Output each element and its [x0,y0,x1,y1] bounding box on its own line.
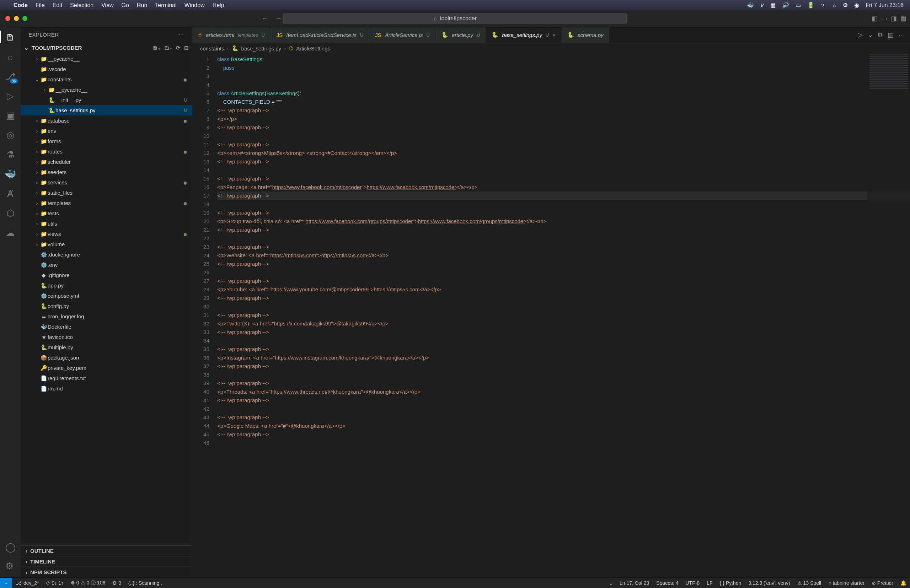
new-folder-button[interactable]: 🗀₊ [164,45,172,51]
file-item[interactable]: ★favicon.ico [21,332,192,342]
code-content[interactable]: class BaseSettings: pass class ArticleSe… [214,54,910,577]
folder-item[interactable]: ›📁env [21,126,192,136]
file-item[interactable]: 📦package.json [21,352,192,363]
file-item[interactable]: 🐍__init__.pyU [21,95,192,105]
toggle-sidebar-icon[interactable]: ◧ [872,15,878,23]
editor-tab[interactable]: JSItemLoadArticleGridService.jsU [271,27,369,43]
run-button[interactable]: ▷ [858,31,863,39]
workspace-root[interactable]: ⌄ TOOLMTIPSCODER 🗎₊ 🗀₊ ⟳ ⊟ [21,42,192,54]
new-file-button[interactable]: 🗎₊ [152,45,161,51]
refresh-button[interactable]: ⟳ [176,45,181,51]
menu-view[interactable]: View [101,2,113,8]
spotlight-icon[interactable]: ⌕ [833,2,836,8]
command-center[interactable]: ⌕ toolmtipscoder [283,13,627,24]
app-name[interactable]: Code [13,2,28,8]
menu-selection[interactable]: Selection [70,2,94,8]
folder-item[interactable]: 📁.vscode [21,64,192,74]
folder-item[interactable]: ›📁views● [21,229,192,239]
run-dropdown[interactable]: ⌄ [868,31,873,39]
editor-tab[interactable]: 🐍schema.py [562,27,610,43]
crumb[interactable]: base_settings.py [241,45,282,52]
activity-extensions[interactable]: ▣ [6,110,15,121]
status-icon[interactable]: ▦ [770,2,776,8]
remote-indicator[interactable]: ⫘ [0,578,12,588]
file-item[interactable]: ⚙️compose.yml [21,291,192,301]
timeline-section[interactable]: ›TIMELINE [21,556,192,567]
editor-tab[interactable]: ⬘articles.htmltemplatesU [192,27,271,43]
nav-back-button[interactable]: ← [261,15,268,23]
activity-scm[interactable]: ⎇36 [5,71,16,82]
folder-item[interactable]: ›📁volume [21,239,192,249]
prettier-status[interactable]: ⊘ Prettier [868,580,897,586]
status-icon[interactable]: ▭ [795,2,801,8]
tab-more-button[interactable]: ⋯ [899,31,905,39]
tab-close-button[interactable]: × [552,32,555,38]
status-search[interactable]: ⌕ [606,580,616,586]
menu-run[interactable]: Run [137,2,147,8]
wifi-icon[interactable]: ᯤ [821,2,826,8]
activity-account[interactable]: ◯ [5,542,16,553]
layout-icon[interactable]: ▦ [900,15,907,23]
volume-icon[interactable]: 🔊 [782,2,789,8]
code-editor[interactable]: 1234567891011121314151617181920212223242… [192,54,910,577]
toggle-panel-icon[interactable]: ▭ [881,15,887,23]
file-item[interactable]: 🐍multiple.py [21,342,192,352]
file-item[interactable]: ◆.gitignore [21,270,192,280]
breadcrumbs[interactable]: constaints› 🐍base_settings.py› ⌬ArticleS… [192,43,910,54]
folder-item[interactable]: ›📁tests [21,208,192,218]
tabnine-status[interactable]: ○ tabnine starter [825,580,868,586]
cursor-position[interactable]: Ln 17, Col 23 [616,580,653,586]
toggle-secondary-icon[interactable]: ◨ [891,15,897,23]
activity-explorer[interactable]: 🗎 [6,32,15,43]
activity-docker[interactable]: 🐳 [5,169,16,180]
activity-remote[interactable]: ◎ [6,130,15,141]
folder-item[interactable]: ›📁utils [21,218,192,229]
file-item[interactable]: 🔑private_key.pem [21,363,192,373]
docker-menubar-icon[interactable]: 🐳 [747,2,754,8]
activity-item[interactable]: Ⱥ [7,188,13,199]
split-button[interactable]: ▥ [887,31,894,39]
control-center-icon[interactable]: ⚙ [843,2,848,8]
eol-status[interactable]: LF [703,580,716,586]
folder-item[interactable]: ›📁scheduler [21,157,192,167]
nav-forward-button[interactable]: → [275,15,282,23]
folder-item[interactable]: ›📁__pycache__ [21,84,192,95]
explorer-more-button[interactable]: ⋯ [178,31,185,38]
python-env[interactable]: 3.12.3 ('env': venv) [745,580,793,586]
activity-item[interactable]: ⬡ [6,208,15,219]
npm-scripts-section[interactable]: ›NPM SCRIPTS [21,567,192,577]
window-maximize-button[interactable] [23,16,28,21]
file-item[interactable]: 📄requirements.txt [21,373,192,383]
battery-icon[interactable]: 🔋 [807,2,814,8]
window-close-button[interactable] [5,16,10,21]
editor-tab[interactable]: JSArticleService.jsU [369,27,436,43]
menu-file[interactable]: File [36,2,45,8]
indent-status[interactable]: Spaces: 4 [653,580,682,586]
folder-item[interactable]: ›📁routes● [21,146,192,157]
editor-tab[interactable]: 🐍base_settings.pyU× [486,27,562,43]
problems-status[interactable]: ⊗ 0 ⚠ 0 ⓘ 106 [67,580,109,586]
file-item[interactable]: 🐍config.py [21,301,192,311]
activity-search[interactable]: ⌕ [8,52,13,63]
editor-tab[interactable]: 🐍article.pyU [436,27,486,43]
folder-item[interactable]: ›📁database● [21,115,192,126]
ports-status[interactable]: ⚙ 0 [109,580,125,586]
file-item[interactable]: 🐍app.py [21,280,192,291]
file-item[interactable]: ⚙️.env [21,260,192,270]
folder-item[interactable]: ›📁services● [21,177,192,187]
file-item[interactable]: ⚙️.dockerignore [21,249,192,260]
crumb[interactable]: ArticleSettings [296,45,330,52]
activity-settings[interactable]: ⚙ [5,561,16,572]
window-minimize-button[interactable] [14,16,19,21]
folder-item[interactable]: ›📁__pycache__ [21,54,192,64]
file-item[interactable]: 🐍base_settings.pyU [21,105,192,115]
git-sync[interactable]: ⟳ 0↓ 1↑ [43,580,67,586]
folder-item[interactable]: ›📁static_files [21,187,192,198]
git-branch[interactable]: ⎇ dev_2* [12,580,43,586]
file-item[interactable]: ≣cron_logger.log [21,311,192,321]
menu-terminal[interactable]: Terminal [155,2,176,8]
compare-button[interactable]: ⧉ [878,31,882,39]
language-status[interactable]: { } Python [716,580,745,586]
folder-item[interactable]: ›📁forms [21,136,192,146]
minimap[interactable] [867,54,910,577]
